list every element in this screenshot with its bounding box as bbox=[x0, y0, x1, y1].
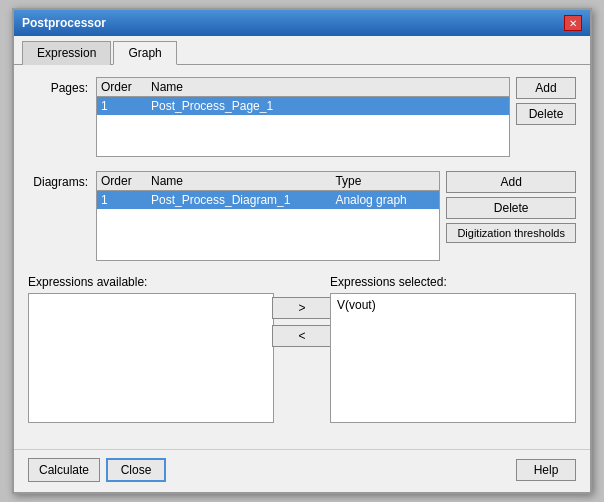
diagrams-table: Order Name Type 1 Post_Process_Diagram_1… bbox=[96, 171, 440, 261]
pages-table: Order Name 1 Post_Process_Page_1 bbox=[96, 77, 510, 157]
content-area: Pages: Order Name 1 Post_Process_Page_1 … bbox=[14, 65, 590, 449]
transfer-buttons: > < bbox=[282, 275, 322, 347]
tab-bar: Expression Graph bbox=[14, 36, 590, 65]
pages-row-order: 1 bbox=[101, 99, 151, 113]
selected-expression-item[interactable]: V(vout) bbox=[333, 296, 573, 314]
diagrams-buttons: Add Delete Digitization thresholds bbox=[446, 171, 576, 243]
pages-section: Pages: Order Name 1 Post_Process_Page_1 … bbox=[28, 77, 576, 157]
pages-add-button[interactable]: Add bbox=[516, 77, 576, 99]
diagrams-row-order: 1 bbox=[101, 193, 151, 207]
expressions-selected-column: Expressions selected: V(vout) bbox=[330, 275, 576, 423]
expressions-available-box[interactable] bbox=[28, 293, 274, 423]
pages-row-name: Post_Process_Page_1 bbox=[151, 99, 505, 113]
close-dialog-button[interactable]: Close bbox=[106, 458, 166, 482]
diagrams-section: Diagrams: Order Name Type 1 Post_Process… bbox=[28, 171, 576, 261]
expressions-selected-label: Expressions selected: bbox=[330, 275, 576, 289]
diagrams-row-type: Analog graph bbox=[335, 193, 435, 207]
diagrams-col-order: Order bbox=[101, 174, 151, 188]
pages-table-row[interactable]: 1 Post_Process_Page_1 bbox=[97, 97, 509, 115]
add-expression-button[interactable]: > bbox=[272, 297, 332, 319]
expressions-selected-box[interactable]: V(vout) bbox=[330, 293, 576, 423]
window-controls: ✕ bbox=[564, 15, 582, 31]
close-button[interactable]: ✕ bbox=[564, 15, 582, 31]
pages-label: Pages: bbox=[28, 77, 96, 95]
expressions-available-label: Expressions available: bbox=[28, 275, 274, 289]
diagrams-col-type: Type bbox=[335, 174, 435, 188]
tab-expression[interactable]: Expression bbox=[22, 41, 111, 65]
pages-col-name: Name bbox=[151, 80, 505, 94]
remove-expression-button[interactable]: < bbox=[272, 325, 332, 347]
diagrams-label: Diagrams: bbox=[28, 171, 96, 189]
main-window: Postprocessor ✕ Expression Graph Pages: … bbox=[12, 8, 592, 494]
pages-table-header: Order Name bbox=[97, 78, 509, 97]
window-title: Postprocessor bbox=[22, 16, 106, 30]
diagrams-col-name: Name bbox=[151, 174, 335, 188]
digitization-thresholds-button[interactable]: Digitization thresholds bbox=[446, 223, 576, 243]
pages-delete-button[interactable]: Delete bbox=[516, 103, 576, 125]
expressions-section: Expressions available: > < Expressions s… bbox=[28, 275, 576, 423]
calculate-button[interactable]: Calculate bbox=[28, 458, 100, 482]
diagrams-delete-button[interactable]: Delete bbox=[446, 197, 576, 219]
tab-graph[interactable]: Graph bbox=[113, 41, 176, 65]
expressions-available-column: Expressions available: bbox=[28, 275, 274, 423]
pages-buttons: Add Delete bbox=[516, 77, 576, 125]
help-button[interactable]: Help bbox=[516, 459, 576, 481]
diagrams-table-header: Order Name Type bbox=[97, 172, 439, 191]
diagrams-add-button[interactable]: Add bbox=[446, 171, 576, 193]
title-bar: Postprocessor ✕ bbox=[14, 10, 590, 36]
diagrams-row-name: Post_Process_Diagram_1 bbox=[151, 193, 335, 207]
diagrams-table-row[interactable]: 1 Post_Process_Diagram_1 Analog graph bbox=[97, 191, 439, 209]
footer-left: Calculate Close bbox=[28, 458, 166, 482]
footer: Calculate Close Help bbox=[14, 449, 590, 492]
pages-col-order: Order bbox=[101, 80, 151, 94]
